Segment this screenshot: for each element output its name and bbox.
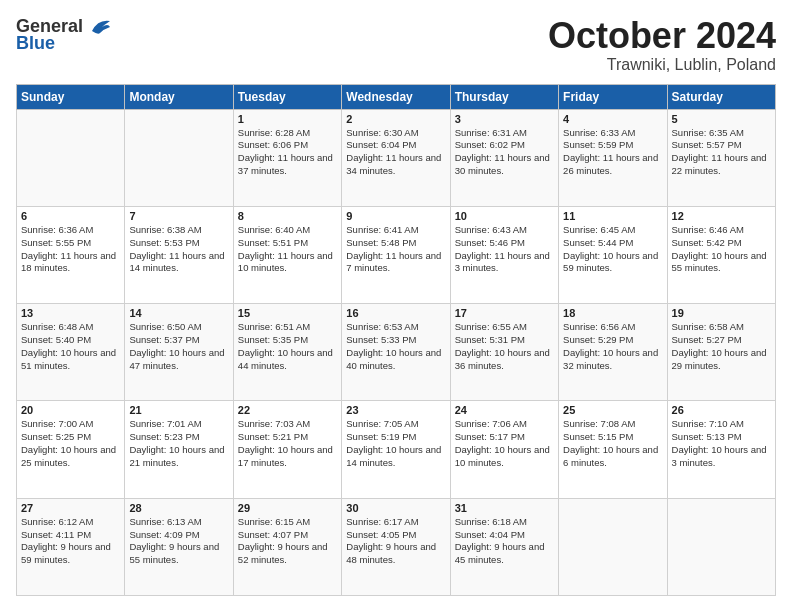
table-row: 6Sunrise: 6:36 AM Sunset: 5:55 PM Daylig… [17,206,125,303]
table-row: 20Sunrise: 7:00 AM Sunset: 5:25 PM Dayli… [17,401,125,498]
table-row: 4Sunrise: 6:33 AM Sunset: 5:59 PM Daylig… [559,109,667,206]
table-row: 31Sunrise: 6:18 AM Sunset: 4:04 PM Dayli… [450,498,558,595]
week-row-2: 6Sunrise: 6:36 AM Sunset: 5:55 PM Daylig… [17,206,776,303]
day-number: 30 [346,502,445,514]
logo-bird-icon [90,17,112,37]
day-number: 17 [455,307,554,319]
day-number: 28 [129,502,228,514]
cell-content: Sunrise: 6:15 AM Sunset: 4:07 PM Dayligh… [238,516,337,567]
table-row: 22Sunrise: 7:03 AM Sunset: 5:21 PM Dayli… [233,401,341,498]
cell-content: Sunrise: 6:31 AM Sunset: 6:02 PM Dayligh… [455,127,554,178]
day-number: 16 [346,307,445,319]
table-row [559,498,667,595]
table-row: 12Sunrise: 6:46 AM Sunset: 5:42 PM Dayli… [667,206,775,303]
day-number: 9 [346,210,445,222]
week-row-3: 13Sunrise: 6:48 AM Sunset: 5:40 PM Dayli… [17,304,776,401]
week-row-1: 1Sunrise: 6:28 AM Sunset: 6:06 PM Daylig… [17,109,776,206]
cell-content: Sunrise: 6:53 AM Sunset: 5:33 PM Dayligh… [346,321,445,372]
day-number: 11 [563,210,662,222]
cell-content: Sunrise: 6:13 AM Sunset: 4:09 PM Dayligh… [129,516,228,567]
table-row: 8Sunrise: 6:40 AM Sunset: 5:51 PM Daylig… [233,206,341,303]
cell-content: Sunrise: 6:43 AM Sunset: 5:46 PM Dayligh… [455,224,554,275]
table-row: 15Sunrise: 6:51 AM Sunset: 5:35 PM Dayli… [233,304,341,401]
header-row: Sunday Monday Tuesday Wednesday Thursday… [17,84,776,109]
table-row: 17Sunrise: 6:55 AM Sunset: 5:31 PM Dayli… [450,304,558,401]
cell-content: Sunrise: 6:17 AM Sunset: 4:05 PM Dayligh… [346,516,445,567]
day-number: 25 [563,404,662,416]
day-number: 2 [346,113,445,125]
cell-content: Sunrise: 7:00 AM Sunset: 5:25 PM Dayligh… [21,418,120,469]
col-wednesday: Wednesday [342,84,450,109]
table-row: 26Sunrise: 7:10 AM Sunset: 5:13 PM Dayli… [667,401,775,498]
day-number: 7 [129,210,228,222]
table-row: 16Sunrise: 6:53 AM Sunset: 5:33 PM Dayli… [342,304,450,401]
cell-content: Sunrise: 7:03 AM Sunset: 5:21 PM Dayligh… [238,418,337,469]
week-row-5: 27Sunrise: 6:12 AM Sunset: 4:11 PM Dayli… [17,498,776,595]
col-sunday: Sunday [17,84,125,109]
day-number: 26 [672,404,771,416]
cell-content: Sunrise: 6:45 AM Sunset: 5:44 PM Dayligh… [563,224,662,275]
cell-content: Sunrise: 6:33 AM Sunset: 5:59 PM Dayligh… [563,127,662,178]
cell-content: Sunrise: 7:01 AM Sunset: 5:23 PM Dayligh… [129,418,228,469]
table-row [17,109,125,206]
day-number: 12 [672,210,771,222]
table-row: 10Sunrise: 6:43 AM Sunset: 5:46 PM Dayli… [450,206,558,303]
day-number: 15 [238,307,337,319]
day-number: 22 [238,404,337,416]
table-row: 3Sunrise: 6:31 AM Sunset: 6:02 PM Daylig… [450,109,558,206]
cell-content: Sunrise: 6:28 AM Sunset: 6:06 PM Dayligh… [238,127,337,178]
day-number: 5 [672,113,771,125]
day-number: 13 [21,307,120,319]
day-number: 24 [455,404,554,416]
day-number: 8 [238,210,337,222]
table-row: 27Sunrise: 6:12 AM Sunset: 4:11 PM Dayli… [17,498,125,595]
location: Trawniki, Lublin, Poland [548,56,776,74]
day-number: 27 [21,502,120,514]
table-row: 23Sunrise: 7:05 AM Sunset: 5:19 PM Dayli… [342,401,450,498]
table-row: 7Sunrise: 6:38 AM Sunset: 5:53 PM Daylig… [125,206,233,303]
month-title: October 2024 [548,16,776,56]
calendar-table: Sunday Monday Tuesday Wednesday Thursday… [16,84,776,596]
week-row-4: 20Sunrise: 7:00 AM Sunset: 5:25 PM Dayli… [17,401,776,498]
day-number: 3 [455,113,554,125]
day-number: 19 [672,307,771,319]
cell-content: Sunrise: 7:10 AM Sunset: 5:13 PM Dayligh… [672,418,771,469]
table-row: 14Sunrise: 6:50 AM Sunset: 5:37 PM Dayli… [125,304,233,401]
table-row: 18Sunrise: 6:56 AM Sunset: 5:29 PM Dayli… [559,304,667,401]
table-row: 5Sunrise: 6:35 AM Sunset: 5:57 PM Daylig… [667,109,775,206]
logo-blue-text: Blue [16,33,55,54]
day-number: 21 [129,404,228,416]
title-area: October 2024 Trawniki, Lublin, Poland [548,16,776,74]
table-row: 30Sunrise: 6:17 AM Sunset: 4:05 PM Dayli… [342,498,450,595]
day-number: 10 [455,210,554,222]
table-row: 21Sunrise: 7:01 AM Sunset: 5:23 PM Dayli… [125,401,233,498]
day-number: 14 [129,307,228,319]
table-row: 1Sunrise: 6:28 AM Sunset: 6:06 PM Daylig… [233,109,341,206]
header: General Blue October 2024 Trawniki, Lubl… [16,16,776,74]
table-row [667,498,775,595]
table-row: 13Sunrise: 6:48 AM Sunset: 5:40 PM Dayli… [17,304,125,401]
day-number: 29 [238,502,337,514]
day-number: 6 [21,210,120,222]
cell-content: Sunrise: 6:18 AM Sunset: 4:04 PM Dayligh… [455,516,554,567]
day-number: 23 [346,404,445,416]
cell-content: Sunrise: 6:56 AM Sunset: 5:29 PM Dayligh… [563,321,662,372]
table-row: 29Sunrise: 6:15 AM Sunset: 4:07 PM Dayli… [233,498,341,595]
cell-content: Sunrise: 6:38 AM Sunset: 5:53 PM Dayligh… [129,224,228,275]
cell-content: Sunrise: 6:36 AM Sunset: 5:55 PM Dayligh… [21,224,120,275]
cell-content: Sunrise: 6:50 AM Sunset: 5:37 PM Dayligh… [129,321,228,372]
table-row: 11Sunrise: 6:45 AM Sunset: 5:44 PM Dayli… [559,206,667,303]
cell-content: Sunrise: 6:40 AM Sunset: 5:51 PM Dayligh… [238,224,337,275]
cell-content: Sunrise: 7:08 AM Sunset: 5:15 PM Dayligh… [563,418,662,469]
table-row [125,109,233,206]
logo: General Blue [16,16,112,54]
day-number: 31 [455,502,554,514]
day-number: 4 [563,113,662,125]
table-row: 19Sunrise: 6:58 AM Sunset: 5:27 PM Dayli… [667,304,775,401]
table-row: 28Sunrise: 6:13 AM Sunset: 4:09 PM Dayli… [125,498,233,595]
cell-content: Sunrise: 6:55 AM Sunset: 5:31 PM Dayligh… [455,321,554,372]
table-row: 24Sunrise: 7:06 AM Sunset: 5:17 PM Dayli… [450,401,558,498]
cell-content: Sunrise: 7:05 AM Sunset: 5:19 PM Dayligh… [346,418,445,469]
cell-content: Sunrise: 6:51 AM Sunset: 5:35 PM Dayligh… [238,321,337,372]
day-number: 1 [238,113,337,125]
